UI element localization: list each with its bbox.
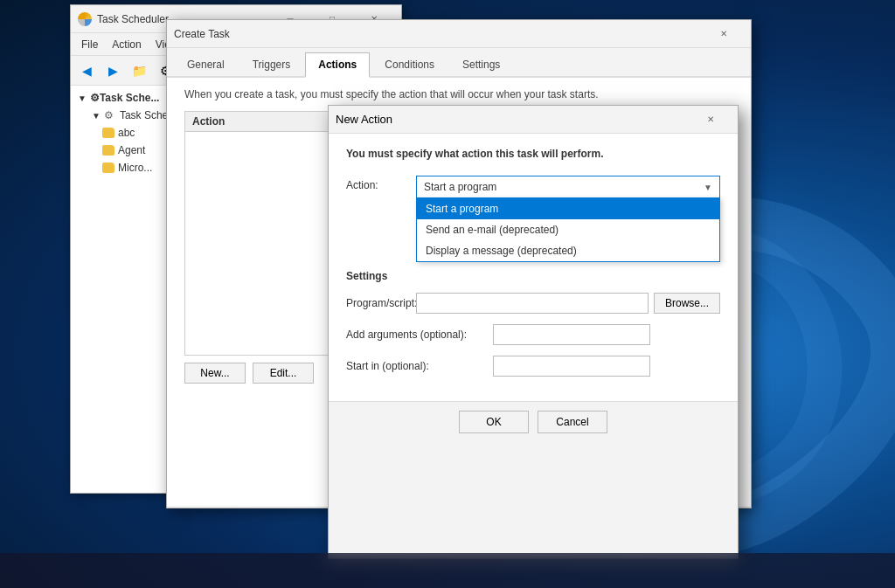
program-row: Program/script: Browse... [346, 293, 720, 314]
folder-icon-abc [102, 128, 114, 138]
args-label: Add arguments (optional): [346, 329, 486, 341]
table-header-action: Action [192, 115, 350, 128]
dropdown-option-display-message[interactable]: Display a message (deprecated) [417, 240, 719, 261]
taskbar [0, 553, 895, 588]
tab-actions[interactable]: Actions [305, 52, 370, 78]
start-in-row: Start in (optional): [346, 356, 720, 377]
new-action-content: You must specify what action this task w… [329, 134, 738, 401]
tab-settings[interactable]: Settings [449, 52, 513, 76]
create-task-description: When you create a task, you must specify… [184, 88, 733, 100]
child-gear-icon: ⚙ [104, 109, 116, 121]
args-input[interactable] [493, 324, 650, 345]
tab-general[interactable]: General [174, 52, 238, 76]
menu-file[interactable]: File [74, 37, 105, 52]
program-label: Program/script: [346, 297, 416, 309]
dropdown-arrow-icon: ▼ [704, 183, 712, 192]
sidebar-micro-label: Micro... [118, 162, 152, 174]
program-input[interactable] [416, 293, 649, 314]
new-action-dialog: New Action ✕ You must specify what actio… [328, 105, 739, 559]
sidebar-abc-label: abc [118, 127, 135, 139]
action-row: Action: Start a program ▼ Start a progra… [346, 176, 720, 198]
new-action-close-button[interactable]: ✕ [690, 106, 731, 134]
action-dropdown-wrapper: Start a program ▼ Start a program Send a… [416, 176, 720, 198]
folder-icon-micro [102, 163, 114, 173]
task-scheduler-icon [78, 12, 92, 26]
new-action-title: New Action [336, 113, 690, 126]
new-action-footer: OK Cancel [329, 401, 738, 442]
start-in-input[interactable] [493, 356, 650, 377]
browse-button[interactable]: Browse... [654, 293, 720, 314]
create-task-title: Create Task [174, 28, 704, 40]
create-task-tabs: General Triggers Actions Conditions Sett… [167, 48, 751, 78]
folder-icon-agent [102, 145, 114, 156]
sidebar-agent-label: Agent [118, 144, 145, 156]
settings-section: Settings Program/script: Browse... Add a… [346, 270, 720, 377]
folder-button[interactable]: 📁 [127, 59, 151, 82]
new-action-controls: ✕ [690, 106, 731, 134]
action-dropdown[interactable]: Start a program ▼ [416, 176, 720, 198]
tab-conditions[interactable]: Conditions [371, 52, 448, 76]
action-label: Action: [346, 176, 416, 191]
back-button[interactable]: ◀ [74, 59, 99, 82]
settings-label: Settings [346, 270, 387, 282]
dropdown-option-start-program[interactable]: Start a program [417, 198, 719, 219]
new-action-button[interactable]: New... [184, 363, 246, 384]
args-row: Add arguments (optional): [346, 324, 720, 345]
create-task-titlebar: Create Task ✕ [167, 20, 751, 48]
root-gear-icon: ⚙ [90, 92, 100, 104]
dropdown-selected-value: Start a program [424, 181, 496, 193]
settings-row: Settings [346, 270, 720, 282]
edit-action-button[interactable]: Edit... [253, 363, 314, 384]
ok-button[interactable]: OK [459, 411, 529, 433]
expand-arrow-child: ▼ [92, 111, 101, 121]
new-action-titlebar: New Action ✕ [329, 106, 738, 134]
expand-arrow-root: ▼ [78, 93, 87, 103]
forward-button[interactable]: ▶ [101, 59, 125, 82]
dropdown-option-send-email[interactable]: Send an e-mail (deprecated) [417, 219, 719, 240]
new-action-description: You must specify what action this task w… [346, 148, 720, 160]
menu-action[interactable]: Action [105, 37, 148, 52]
create-task-controls: ✕ [704, 20, 744, 48]
sidebar-root-label: Task Sche... [100, 92, 159, 104]
tab-triggers[interactable]: Triggers [239, 52, 304, 76]
create-task-close-button[interactable]: ✕ [704, 20, 744, 48]
cancel-button[interactable]: Cancel [538, 411, 607, 433]
action-dropdown-list: Start a program Send an e-mail (deprecat… [416, 197, 720, 262]
start-in-label: Start in (optional): [346, 360, 486, 372]
